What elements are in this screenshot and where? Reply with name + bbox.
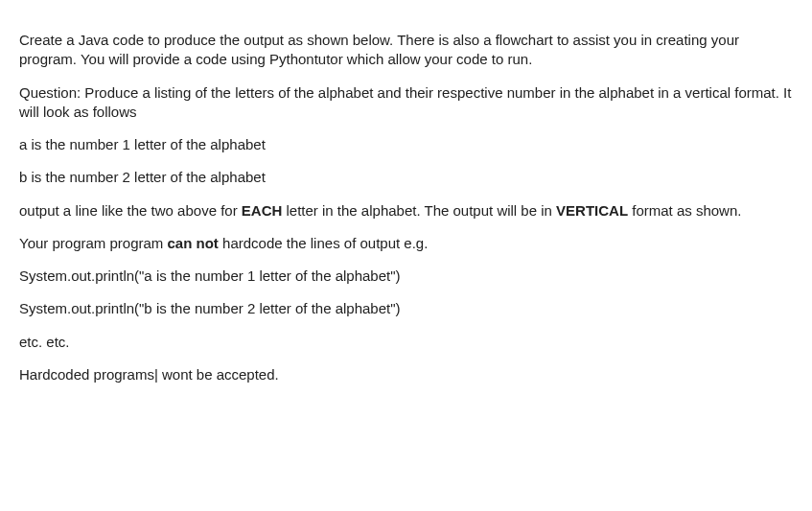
text-cannot-prefix: Your program program — [19, 235, 168, 251]
text-each-suffix: format as shown. — [628, 202, 741, 219]
text-vertical-bold: VERTICAL — [556, 202, 628, 219]
paragraph-intro: Create a Java code to produce the output… — [19, 31, 793, 70]
paragraph-example-b: b is the number 2 letter of the alphabet — [19, 168, 793, 187]
paragraph-hardcoded: Hardcoded programs| wont be accepted. — [19, 365, 793, 384]
text-each-prefix: output a line like the two above for — [19, 202, 242, 219]
paragraph-each-letter: output a line like the two above for EAC… — [19, 201, 793, 221]
paragraph-example-a: a is the number 1 letter of the alphabet — [19, 135, 793, 154]
paragraph-cannot-hardcode: Your program program can not hardcode th… — [19, 234, 793, 253]
paragraph-question: Question: Produce a listing of the lette… — [19, 83, 793, 123]
paragraph-sysout-b: System.out.println("b is the number 2 le… — [19, 299, 793, 318]
text-cannot-bold: can not — [168, 235, 219, 251]
paragraph-etc: etc. etc. — [19, 333, 793, 352]
text-each-mid: letter in the alphabet. The output will … — [282, 202, 556, 219]
text-cannot-suffix: hardcode the lines of output e.g. — [219, 235, 429, 251]
text-each-bold: EACH — [242, 202, 283, 219]
paragraph-sysout-a: System.out.println("a is the number 1 le… — [19, 267, 793, 286]
